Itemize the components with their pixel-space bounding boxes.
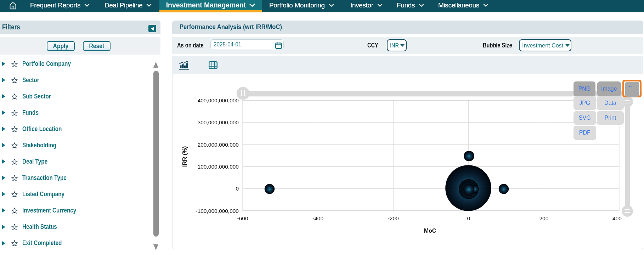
svg-text:MoC: MoC bbox=[424, 228, 436, 234]
svg-text:0: 0 bbox=[236, 186, 239, 192]
svg-text:200,000,000,000: 200,000,000,000 bbox=[198, 142, 239, 148]
svg-text:-100,000,000,000: -100,000,000,000 bbox=[196, 208, 239, 214]
svg-text:0: 0 bbox=[467, 215, 470, 221]
svg-text:-600: -600 bbox=[237, 215, 248, 221]
svg-text:100,000,000,000: 100,000,000,000 bbox=[198, 164, 239, 170]
svg-text:-200: -200 bbox=[388, 215, 399, 221]
svg-text:400: 400 bbox=[612, 215, 622, 221]
svg-text:200: 200 bbox=[539, 215, 548, 221]
svg-text:IRR (%): IRR (%) bbox=[181, 146, 188, 167]
svg-text:400,000,000,000: 400,000,000,000 bbox=[198, 97, 239, 103]
svg-text:-400: -400 bbox=[312, 215, 323, 221]
svg-text:300,000,000,000: 300,000,000,000 bbox=[198, 119, 239, 125]
